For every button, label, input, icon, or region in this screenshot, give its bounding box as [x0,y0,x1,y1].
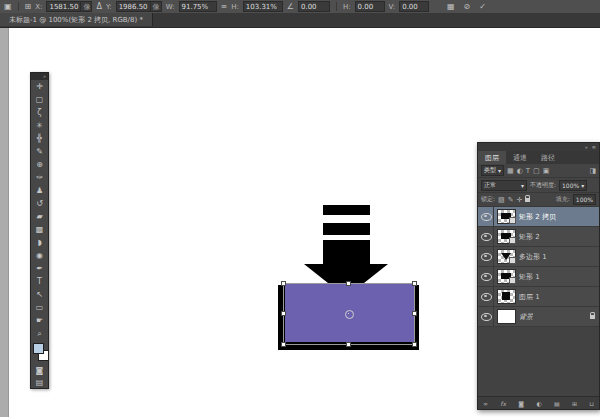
tool-move[interactable]: ✛ [31,80,48,93]
toolbox-header[interactable]: » [31,73,48,80]
tool-type[interactable]: T [31,275,48,288]
panel-menu-icon[interactable]: ≡ [592,144,596,150]
transform-reference-point[interactable] [345,310,354,319]
visibility-cell[interactable] [480,267,494,286]
clone-stamp-icon: ♟ [36,186,43,195]
handle-top-right[interactable] [412,281,417,286]
tool-lasso[interactable]: ζ [31,106,48,119]
layer-row-background[interactable]: 背景 [478,307,599,327]
skew-v-label: V: [389,3,396,11]
layer-thumbnail[interactable] [497,309,516,324]
opacity-input[interactable]: 100% ▾ [559,180,587,191]
handle-top-center[interactable] [346,281,351,286]
visibility-cell[interactable] [480,307,494,326]
layer-name: 多边形 1 [519,252,547,262]
tool-eyedropper[interactable]: ✎ [31,145,48,158]
skew-v-input[interactable]: 0.00 [399,1,429,12]
handle-top-left[interactable] [281,281,286,286]
tool-preset-icon[interactable]: ▣ [4,3,12,11]
tool-zoom[interactable]: ⌕ [31,327,48,340]
layer-row-layer1[interactable]: 图层 1 [478,287,599,307]
visibility-cell[interactable] [480,247,494,266]
warp-mode-toggle-icon[interactable]: ▦ [447,3,455,11]
adjustment-layer-icon[interactable]: ◐ [536,400,541,407]
filter-kind-dropdown[interactable]: 类型 ▾ [481,165,504,176]
tab-paths[interactable]: 路径 [534,151,562,164]
tool-clone-stamp[interactable]: ♟ [31,184,48,197]
layer-thumbnail[interactable] [497,249,516,264]
relative-position-icon[interactable]: Δ [96,3,101,11]
layer-thumbnail[interactable] [497,269,516,284]
handle-middle-left[interactable] [281,311,286,316]
color-swatches [32,342,47,362]
layer-effects-icon[interactable]: fx [500,400,506,407]
tool-pen[interactable]: ✒ [31,262,48,275]
new-layer-icon[interactable]: ⊞ [572,400,577,407]
layer-row-rect1[interactable]: 矩形 1 [478,267,599,287]
tool-history-brush[interactable]: ↺ [31,197,48,210]
tool-dodge[interactable]: ◉ [31,249,48,262]
delete-layer-icon[interactable]: ⊔ [589,400,594,407]
tool-blur[interactable]: ◗ [31,236,48,249]
skew-h-input[interactable]: 0.00 [355,1,385,12]
maintain-aspect-ratio-icon[interactable]: ∞ [221,3,228,11]
filter-smart-objects-icon[interactable]: ▣ [543,167,550,175]
layer-thumbnail[interactable] [497,209,516,224]
tab-channels[interactable]: 通道 [506,151,534,164]
filter-shape-layers-icon[interactable]: ▢ [533,167,540,175]
width-input[interactable]: 91.75% [179,1,217,12]
visibility-cell[interactable] [480,207,494,226]
visibility-cell[interactable] [480,227,494,246]
tool-path-selection[interactable]: ↖ [31,288,48,301]
layer-row-rect2-copy[interactable]: 矩形 2 拷贝 [478,207,599,227]
tool-eraser[interactable]: ▰ [31,210,48,223]
layer-row-rect2[interactable]: 矩形 2 [478,227,599,247]
cancel-transform-icon[interactable]: ⊘ [464,3,471,11]
lock-pixels-icon[interactable]: ✎ [508,196,514,204]
link-layers-icon[interactable]: ∞ [483,400,488,407]
tab-layers[interactable]: 图层 [478,151,506,164]
tool-rectangle-shape[interactable]: ▭ [31,301,48,314]
handle-middle-right[interactable] [412,311,417,316]
angle-input[interactable]: 0.00 [298,1,330,12]
filter-pixel-layers-icon[interactable]: ▦ [507,167,514,175]
blend-opacity-row: 正常 ▾ 不透明度: 100% ▾ [478,178,599,193]
document-tab[interactable]: 未标题-1 @ 100%(矩形 2 拷贝, RGB/8) * [0,13,153,26]
fill-input[interactable]: 100% [573,194,596,205]
height-input[interactable]: 103.31% [243,1,283,12]
blend-mode-dropdown[interactable]: 正常 ▾ [481,180,527,191]
lock-position-icon[interactable]: ✛ [517,196,523,204]
lock-transparency-icon[interactable]: ▨ [498,196,505,204]
layer-mask-icon[interactable]: ◙ [518,400,524,407]
collapse-panel-icon[interactable]: » [43,73,46,79]
layer-thumbnail[interactable] [497,229,516,244]
tool-brush[interactable]: ✑ [31,171,48,184]
tool-crop[interactable]: ╬ [31,132,48,145]
lock-all-icon[interactable] [525,198,530,202]
filter-adjustment-layers-icon[interactable]: ◐ [517,167,523,175]
tool-rectangular-marquee[interactable]: ▢ [31,93,48,106]
tool-gradient[interactable]: ▩ [31,223,48,236]
handle-bottom-center[interactable] [346,342,351,347]
lock-fill-row: 锁定: ▨ ✎ ✛ 填充: 100% [478,193,599,207]
handle-bottom-left[interactable] [281,342,286,347]
layer-thumbnail[interactable] [497,289,516,304]
handle-bottom-right[interactable] [412,342,417,347]
screen-mode-button[interactable]: ▤ [31,376,48,388]
reference-point-locator-icon[interactable]: ⊞ [25,3,32,11]
quick-mask-button[interactable]: ◙ [31,364,48,376]
tool-hand[interactable]: ☛ [31,314,48,327]
x-input[interactable]: 1581.50 像 [46,1,92,12]
filter-type-layers-icon[interactable]: T [526,167,530,175]
y-label: Y: [106,3,112,11]
collapse-to-icons-icon[interactable]: » [585,144,588,150]
visibility-cell[interactable] [480,287,494,306]
y-input[interactable]: 1986.50 像 [116,1,162,12]
layer-group-icon[interactable]: ▤ [554,400,560,407]
layer-row-polygon1[interactable]: 多边形 1 [478,247,599,267]
foreground-color-swatch[interactable] [33,343,44,354]
commit-transform-icon[interactable]: ✓ [479,3,486,11]
tool-spot-healing-brush[interactable]: ⊕ [31,158,48,171]
filter-toggle-icon[interactable]: ◨ [589,167,596,175]
tool-quick-selection[interactable]: ✳ [31,119,48,132]
